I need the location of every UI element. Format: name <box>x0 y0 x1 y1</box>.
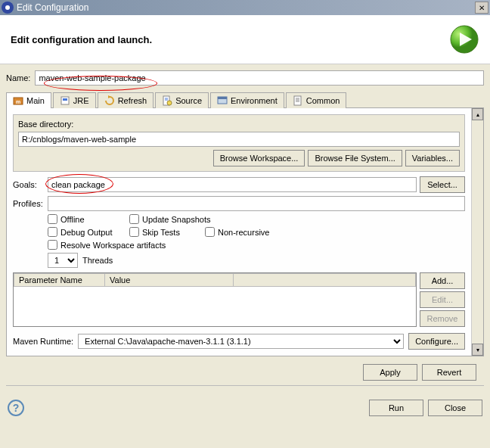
update-snapshots-checkbox[interactable] <box>129 214 139 224</box>
svg-rect-12 <box>218 97 227 99</box>
threads-label: Threads <box>82 256 113 265</box>
resolve-workspace-checkbox[interactable] <box>48 240 57 250</box>
goals-input[interactable] <box>48 177 417 192</box>
scroll-up-icon[interactable]: ▴ <box>472 108 483 120</box>
param-name-header: Parameter Name <box>14 274 105 287</box>
help-icon[interactable]: ? <box>8 400 24 416</box>
svg-rect-13 <box>294 96 301 105</box>
scroll-down-icon[interactable]: ▾ <box>472 344 483 356</box>
tab-panel-main: ▴ ▾ Base directory: Browse Workspace... … <box>6 108 484 356</box>
tab-common[interactable]: Common <box>286 92 347 108</box>
svg-rect-5 <box>63 98 67 101</box>
goals-label: Goals: <box>13 180 45 189</box>
profiles-label: Profiles: <box>13 199 45 208</box>
title-bar: Edit Configuration ✕ <box>0 0 490 15</box>
jre-icon <box>60 95 70 106</box>
maven-runtime-label: Maven Runtime: <box>13 337 73 346</box>
apply-button[interactable]: Apply <box>363 364 417 381</box>
common-icon <box>293 95 303 106</box>
configure-button[interactable]: Configure... <box>408 333 465 350</box>
environment-icon <box>217 95 228 106</box>
source-icon <box>162 95 172 106</box>
add-button[interactable]: Add... <box>420 272 465 289</box>
window-close-button[interactable]: ✕ <box>475 2 488 14</box>
base-directory-input[interactable] <box>18 132 460 147</box>
refresh-icon <box>104 95 115 106</box>
profiles-input[interactable] <box>48 196 465 211</box>
edit-button[interactable]: Edit... <box>420 291 465 308</box>
tab-refresh[interactable]: Refresh <box>98 92 154 108</box>
variables-button[interactable]: Variables... <box>405 150 460 166</box>
run-button[interactable]: Run <box>369 400 423 416</box>
tabs: m Main JRE Refresh Source Environment Co… <box>6 92 484 108</box>
browse-workspace-button[interactable]: Browse Workspace... <box>213 150 305 166</box>
svg-text:m: m <box>16 99 20 104</box>
param-value-header: Value <box>105 274 234 287</box>
non-recursive-checkbox[interactable] <box>205 227 215 237</box>
remove-button[interactable]: Remove <box>420 310 465 327</box>
skip-tests-checkbox[interactable] <box>129 227 139 237</box>
base-directory-label: Base directory: <box>18 120 73 129</box>
tab-main[interactable]: m Main <box>6 92 51 108</box>
svg-marker-6 <box>108 95 111 98</box>
tab-environment[interactable]: Environment <box>210 92 284 108</box>
select-button[interactable]: Select... <box>420 176 465 193</box>
debug-output-checkbox[interactable] <box>48 227 57 237</box>
revert-button[interactable]: Revert <box>422 364 476 381</box>
browse-filesystem-button[interactable]: Browse File System... <box>308 150 402 166</box>
close-button[interactable]: Close <box>428 400 482 416</box>
window-title: Edit Configuration <box>17 2 475 13</box>
maven-icon: m <box>13 95 23 106</box>
offline-checkbox[interactable] <box>48 214 57 224</box>
scrollbar-vertical[interactable]: ▴ ▾ <box>471 108 483 356</box>
threads-select[interactable]: 1 <box>48 253 78 268</box>
parameter-table[interactable]: Parameter Name Value <box>13 272 417 327</box>
tab-jre[interactable]: JRE <box>53 92 96 108</box>
svg-point-10 <box>167 101 172 105</box>
header-title: Edit configuration and launch. <box>11 34 449 45</box>
tab-source[interactable]: Source <box>155 92 209 108</box>
name-label: Name: <box>6 73 30 82</box>
eclipse-icon <box>2 2 14 14</box>
name-input[interactable] <box>35 70 484 86</box>
header: Edit configuration and launch. <box>0 15 490 64</box>
maven-runtime-select[interactable]: External C:\Java\apache-maven-3.1.1 (3.1… <box>78 334 404 349</box>
run-icon <box>449 24 479 54</box>
